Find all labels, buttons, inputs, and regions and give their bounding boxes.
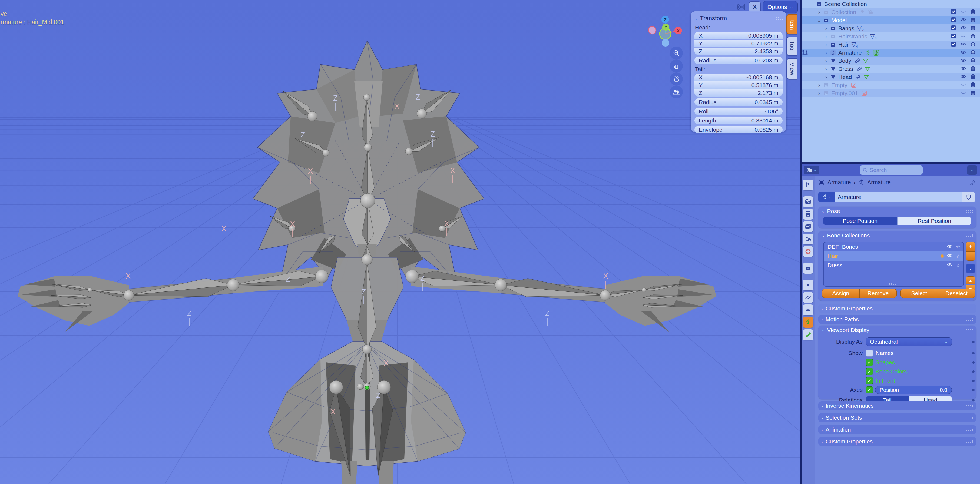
outliner-row-dress[interactable]: ›Dress: [802, 65, 980, 73]
drag-dots-icon[interactable]: [776, 17, 783, 20]
render-visibility-toggle[interactable]: [970, 73, 976, 81]
expand-icon[interactable]: ›: [822, 41, 830, 48]
render-visibility-toggle[interactable]: [970, 89, 976, 97]
solo-star-icon[interactable]: ☆: [956, 244, 961, 250]
pin-icon[interactable]: [970, 180, 976, 186]
outliner-row-model[interactable]: ⌄Model: [802, 16, 980, 24]
animate-dot[interactable]: [972, 361, 975, 364]
hide-toggle-closed[interactable]: [960, 81, 966, 89]
collection-visibility-toggle[interactable]: [947, 243, 953, 251]
exclude-checkbox[interactable]: [950, 41, 957, 49]
hide-toggle-open[interactable]: [960, 41, 966, 49]
properties-tab-render[interactable]: [803, 196, 813, 207]
viewport-3d[interactable]: XXXXXXXXXXZZZZZZZZZZ ve rmature : Hair_M…: [0, 0, 800, 484]
bone-collection-row-def_bones[interactable]: DEF_Bones ☆: [824, 242, 963, 252]
solo-star-icon[interactable]: ☆: [956, 253, 961, 259]
collection-visibility-toggle[interactable]: [947, 252, 953, 260]
fake-user-button[interactable]: [962, 192, 975, 202]
render-visibility-toggle[interactable]: [970, 25, 976, 32]
properties-tab-physics[interactable]: [803, 292, 813, 303]
hide-toggle-open[interactable]: [960, 49, 966, 57]
transform-field-z[interactable]: Z2.4353 m: [694, 48, 783, 55]
properties-tab-tool[interactable]: [803, 180, 813, 190]
animate-dot[interactable]: [972, 380, 975, 382]
hide-toggle-open[interactable]: [960, 25, 966, 32]
custom-properties-panel[interactable]: › Custom Properties: [818, 304, 976, 313]
checkbox-bone-colors[interactable]: ✓: [866, 368, 873, 375]
select-button[interactable]: Select: [900, 289, 938, 298]
hide-toggle-open[interactable]: [960, 57, 966, 65]
panel-selection-sets[interactable]: ›Selection Sets: [818, 413, 976, 422]
properties-tab-world[interactable]: [803, 246, 813, 257]
checkbox-in-front[interactable]: ✓: [866, 377, 873, 384]
panel-custom-properties[interactable]: ›Custom Properties: [818, 437, 976, 446]
properties-search-input[interactable]: Search: [860, 166, 923, 175]
properties-tab-object[interactable]: [803, 280, 813, 290]
render-visibility-toggle[interactable]: [970, 41, 976, 49]
transform-field-y[interactable]: Y0.51876 m: [694, 81, 783, 89]
properties-tab-collection[interactable]: [803, 263, 813, 274]
breadcrumb-object[interactable]: Armature: [827, 179, 851, 185]
outliner-row-hairstrands[interactable]: ›Hairstrands▽3: [802, 32, 980, 41]
render-visibility-toggle[interactable]: [970, 16, 976, 24]
outliner-row-armature[interactable]: ›Armature: [802, 49, 980, 57]
camera-view-button[interactable]: [670, 72, 683, 86]
hide-toggle-open[interactable]: [960, 73, 966, 81]
bone-collection-row-hair[interactable]: Hair ☆: [824, 252, 963, 261]
hide-toggle-closed[interactable]: [960, 33, 966, 41]
properties-tab-bone[interactable]: [803, 330, 813, 340]
assign-button[interactable]: Assign: [822, 289, 859, 298]
move-up-button[interactable]: ▲: [966, 276, 975, 285]
outliner-row-bangs[interactable]: ›Bangs▽2: [802, 24, 980, 32]
axes-position-slider[interactable]: Position0.0: [875, 386, 952, 394]
sidebar-tab-item[interactable]: Item: [786, 14, 797, 34]
outliner-row-empty[interactable]: ›Empty: [802, 81, 980, 89]
properties-tab-constraints[interactable]: [803, 304, 813, 315]
expand-icon[interactable]: ›: [822, 66, 830, 72]
animate-dot[interactable]: [972, 389, 975, 391]
collection-visibility-toggle[interactable]: [947, 261, 953, 269]
collection-specials-button[interactable]: ⌄: [966, 264, 975, 273]
sidebar-tab-view[interactable]: View: [786, 58, 797, 80]
exclude-checkbox[interactable]: [950, 8, 957, 16]
datablock-type-button[interactable]: ⌄: [818, 192, 835, 202]
properties-tab-view-layer[interactable]: [803, 221, 813, 232]
outliner-row-scene-collection[interactable]: Scene Collection: [802, 0, 980, 8]
perspective-toggle-button[interactable]: [670, 86, 683, 99]
expand-icon[interactable]: ›: [822, 74, 830, 80]
render-visibility-toggle[interactable]: [970, 49, 976, 57]
pose-option-pose-position[interactable]: Pose Position: [823, 217, 897, 225]
remove-collection-button[interactable]: −: [966, 252, 975, 261]
animate-dot[interactable]: [972, 341, 975, 343]
chevron-down-icon[interactable]: ⌄: [821, 209, 825, 213]
animate-dot[interactable]: [972, 352, 975, 355]
checkbox-names[interactable]: [866, 350, 873, 357]
checkbox-shapes[interactable]: ✓: [866, 359, 873, 366]
expand-icon[interactable]: ›: [822, 25, 830, 31]
expand-icon[interactable]: ›: [822, 58, 830, 64]
render-visibility-toggle[interactable]: [970, 33, 976, 41]
drag-dots-icon[interactable]: [966, 210, 973, 213]
display-as-dropdown[interactable]: Octahedral⌄: [866, 338, 952, 346]
checkbox-axes[interactable]: ✓: [866, 386, 873, 393]
add-collection-button[interactable]: +: [966, 242, 975, 251]
hide-toggle-open[interactable]: [960, 16, 966, 24]
motion-paths-panel[interactable]: › Motion Paths: [818, 315, 976, 324]
datablock-name-field[interactable]: Armature: [835, 192, 962, 202]
editor-type-button[interactable]: ⌄: [804, 166, 819, 174]
properties-tab-scene[interactable]: [803, 234, 813, 244]
render-visibility-toggle[interactable]: [970, 65, 976, 73]
expand-icon[interactable]: ⌄: [816, 17, 822, 24]
expand-icon[interactable]: ›: [816, 9, 822, 15]
expand-icon[interactable]: ›: [816, 90, 822, 96]
transform-field-y[interactable]: Y0.71922 m: [694, 40, 783, 47]
sidebar-tab-tool[interactable]: Tool: [786, 37, 797, 56]
outliner-row-hair[interactable]: ›Hair▽4: [802, 41, 980, 49]
hide-toggle-closed[interactable]: [960, 89, 966, 97]
pose-option-rest-position[interactable]: Rest Position: [897, 217, 972, 225]
transform-field-length[interactable]: Length0.33014 m: [694, 117, 783, 124]
breadcrumb-data[interactable]: Armature: [867, 179, 891, 185]
expand-icon[interactable]: ›: [816, 82, 822, 88]
properties-tab-output[interactable]: [803, 209, 813, 220]
remove-button[interactable]: Remove: [859, 289, 897, 298]
